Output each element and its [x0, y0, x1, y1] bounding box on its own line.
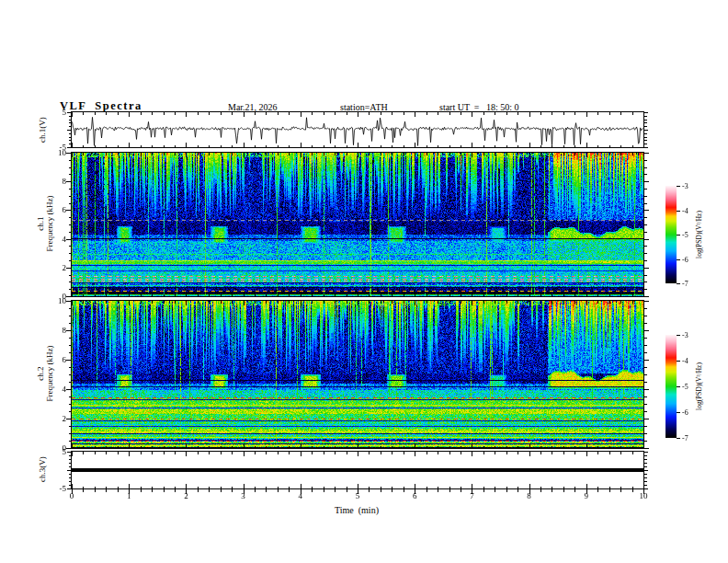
axis-tick — [644, 130, 648, 131]
axis-tick — [472, 489, 472, 494]
axis-tick — [415, 489, 415, 494]
ch1-colorbar-label: log(PSD)(V²/Hz) — [695, 211, 703, 259]
ch1-voltage-axis-label: ch.1(V) — [38, 117, 47, 143]
ch2-axis-line1: ch.2 — [36, 345, 45, 401]
axis-tick — [301, 489, 301, 494]
colorbar-tick-label: -4 — [682, 357, 688, 365]
axis-tick — [644, 246, 647, 247]
axis-tick — [644, 345, 647, 346]
ch1-spectrogram-canvas — [72, 153, 643, 296]
axis-tick — [529, 489, 530, 494]
axis-tick — [644, 160, 647, 161]
axis-tick — [644, 174, 647, 175]
axis-tick — [438, 489, 438, 492]
colorbar-tick-label: -7 — [682, 280, 688, 288]
axis-tick — [129, 489, 130, 494]
colorbar-tick-label: -6 — [682, 256, 688, 264]
axis-tick-label: -5 — [44, 143, 66, 152]
axis-tick — [644, 153, 649, 154]
axis-tick — [644, 367, 647, 368]
axis-tick-label: 10 — [44, 148, 66, 157]
axis-tick — [644, 330, 649, 331]
axis-tick — [644, 338, 647, 339]
axis-tick-label: 7 — [462, 491, 481, 500]
axis-tick — [644, 448, 649, 449]
axis-tick — [644, 112, 648, 113]
ch1-axis-line1: ch.1 — [36, 195, 45, 251]
axis-tick — [518, 489, 518, 492]
axis-tick — [255, 489, 256, 492]
axis-tick-label: 5 — [44, 447, 66, 456]
axis-tick — [644, 301, 649, 302]
ch2-colorbar-label: log(PSD)(V²/Hz) — [695, 362, 703, 410]
ch1-colorbar — [665, 186, 677, 283]
axis-tick — [644, 217, 647, 218]
axis-tick — [586, 489, 587, 494]
axis-tick — [597, 489, 598, 492]
time-axis-label: Time (min) — [335, 505, 379, 515]
axis-tick — [677, 235, 680, 236]
axis-tick — [335, 489, 336, 492]
axis-tick — [347, 489, 347, 492]
axis-tick — [644, 126, 647, 127]
axis-tick-label: 8 — [44, 326, 66, 335]
axis-tick — [677, 386, 680, 387]
axis-tick — [644, 360, 649, 361]
axis-tick — [644, 433, 647, 434]
axis-tick — [644, 481, 647, 482]
axis-tick — [244, 489, 245, 494]
axis-tick — [677, 186, 680, 187]
axis-tick — [644, 474, 647, 475]
axis-tick — [644, 122, 647, 123]
axis-tick — [141, 489, 142, 492]
axis-tick — [540, 489, 541, 492]
ch3-voltage-axis-label: ch.3(V) — [38, 456, 47, 482]
axis-tick — [266, 489, 267, 492]
axis-tick-label: 0 — [44, 443, 66, 453]
panel-ch2-spectrogram — [71, 300, 644, 449]
axis-tick — [574, 489, 575, 492]
axis-tick — [644, 120, 647, 121]
axis-tick — [644, 463, 647, 464]
axis-tick — [312, 489, 313, 492]
ch1-axis-line2: Frequency (kHz) — [45, 195, 54, 251]
axis-tick — [209, 489, 210, 492]
axis-tick — [643, 489, 644, 494]
axis-tick — [369, 489, 370, 492]
axis-tick — [644, 466, 647, 467]
axis-tick — [644, 296, 649, 297]
axis-tick — [644, 441, 647, 442]
axis-tick-label: 4 — [291, 491, 310, 500]
colorbar-tick-label: -4 — [682, 207, 688, 215]
axis-tick-label: 8 — [520, 491, 539, 500]
axis-tick — [232, 489, 233, 492]
axis-tick — [644, 253, 647, 254]
axis-tick — [620, 489, 621, 492]
axis-tick — [644, 282, 647, 282]
axis-tick — [677, 361, 680, 362]
colorbar-tick-label: -7 — [682, 434, 688, 442]
axis-tick — [644, 419, 649, 419]
axis-tick — [644, 224, 647, 225]
axis-tick — [677, 438, 680, 439]
axis-tick — [644, 396, 647, 397]
axis-tick-label: 5 — [348, 491, 367, 500]
axis-tick — [644, 404, 647, 405]
axis-tick — [677, 211, 680, 212]
colorbar-tick-label: -3 — [682, 331, 688, 339]
axis-tick — [644, 308, 647, 309]
colorbar-tick-label: -3 — [682, 182, 688, 190]
axis-tick — [644, 488, 648, 489]
axis-tick — [72, 489, 73, 494]
axis-tick — [563, 489, 564, 492]
axis-tick-label: -5 — [44, 484, 66, 493]
axis-tick — [644, 382, 647, 383]
axis-tick — [552, 489, 552, 492]
axis-tick — [164, 489, 165, 492]
axis-tick — [644, 289, 647, 290]
colorbar-tick-label: -6 — [682, 408, 688, 417]
axis-tick — [644, 455, 647, 456]
axis-tick — [358, 489, 358, 494]
axis-tick — [677, 335, 680, 336]
axis-tick — [95, 489, 96, 492]
